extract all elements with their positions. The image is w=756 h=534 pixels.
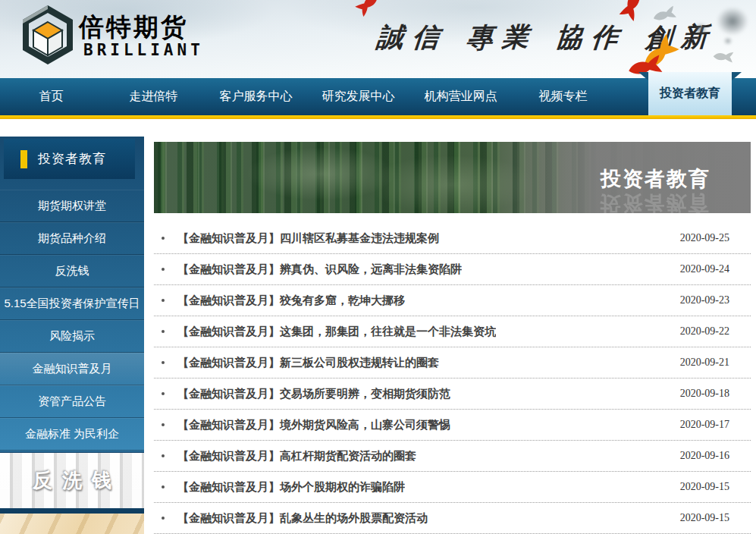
section-banner-title: 投资者教育 — [601, 165, 711, 193]
slogan-collaboration: 協作 — [554, 20, 629, 55]
article-date: 2020-09-21 — [680, 357, 751, 369]
article-title: 【金融知识普及月】高杠杆期货配资活动的圈套 — [177, 449, 416, 463]
main-nav: 首页 走进倍特 客户服务中心 研究发展中心 机构营业网点 视频专栏 — [0, 78, 756, 115]
article-title: 【金融知识普及月】新三板公司股权违规转让的圈套 — [177, 356, 439, 370]
company-logo[interactable]: 倍特期货 BRILLIANT — [23, 5, 204, 65]
promo-banner-anti-money-laundering[interactable]: 反洗钱 — [0, 453, 144, 508]
yellow-bar-decoration — [20, 150, 27, 168]
section-banner-bamboo: 投资者教育 投资者教育 — [154, 142, 751, 213]
article-date: 2020-09-16 — [680, 450, 751, 462]
bullet-dot-icon — [162, 361, 165, 364]
article-row[interactable]: 【金融知识普及月】高杠杆期货配资活动的圈套 2020-09-16 — [154, 441, 751, 472]
sidebar-item-financial-literacy-month[interactable]: 金融知识普及月 — [0, 353, 144, 385]
sidebar-title: 投资者教育 — [38, 150, 106, 168]
sidebar-item-futures-varieties[interactable]: 期货品种介绍 — [0, 222, 144, 255]
ink-splash-decoration — [692, 21, 709, 36]
article-title: 【金融知识普及月】交易场所要明辨，变相期货须防范 — [177, 387, 450, 401]
article-title: 【金融知识普及月】辨真伪、识风险，远离非法集资陷阱 — [177, 262, 462, 277]
nav-item-about[interactable]: 走进倍特 — [102, 78, 205, 115]
bullet-dot-icon — [162, 485, 165, 488]
article-title: 【金融知识普及月】乱象丛生的场外股票配资活动 — [177, 511, 428, 526]
article-row[interactable]: 【金融知识普及月】境外期货风险高，山寨公司须警惕 2020-09-17 — [154, 410, 751, 441]
article-date: 2020-09-23 — [680, 294, 751, 306]
ink-splash-decoration — [723, 36, 733, 46]
site-header: 倍特期货 BRILLIANT 誠信 專業 協作 創新 — [0, 0, 756, 78]
bullet-dot-icon — [162, 423, 165, 426]
ink-splash-decoration — [711, 2, 754, 41]
sidebar: 投资者教育 期货期权讲堂 期货品种介绍 反洗钱 5.15全国投资者保护宣传日 风… — [0, 137, 144, 534]
article-date: 2020-09-15 — [680, 481, 751, 493]
nav-item-video[interactable]: 视频专栏 — [512, 78, 614, 115]
article-title: 【金融知识普及月】场外个股期权的诈骗陷阱 — [177, 480, 405, 495]
article-date: 2020-09-24 — [680, 263, 751, 275]
article-row[interactable]: 【金融知识普及月】新三板公司股权违规转让的圈套 2020-09-21 — [154, 347, 751, 379]
article-row[interactable]: 【金融知识普及月】交易场所要明辨，变相期货须防范 2020-09-18 — [154, 379, 751, 410]
article-row[interactable]: 【金融知识普及月】狡兔有多窟，乾坤大挪移 2020-09-23 — [154, 285, 751, 316]
article-row[interactable]: 【金融知识普及月】乱象丛生的场外股票配资活动 2020-09-15 — [154, 503, 751, 534]
slogan-professional: 專業 — [465, 19, 538, 56]
article-date: 2020-09-18 — [680, 388, 751, 400]
article-row[interactable]: 【金融知识普及月】场外个股期权的诈骗陷阱 2020-09-15 — [154, 472, 751, 503]
gray-fish-icon — [711, 49, 735, 63]
sidebar-menu: 期货期权讲堂 期货品种介绍 反洗钱 5.15全国投资者保护宣传日 风险揭示 金融… — [0, 179, 144, 451]
article-row[interactable]: 【金融知识普及月】四川辖区私募基金违法违规案例 2020-09-25 — [154, 223, 751, 254]
article-title: 【金融知识普及月】狡兔有多窟，乾坤大挪移 — [177, 294, 405, 308]
article-title: 【金融知识普及月】境外期货风险高，山寨公司须警惕 — [177, 418, 450, 432]
article-title: 【金融知识普及月】这集团，那集团，往往就是一个非法集资坑 — [177, 325, 496, 339]
article-date: 2020-09-22 — [680, 325, 751, 338]
article-date: 2020-09-25 — [680, 232, 751, 244]
sidebar-item-financial-standards[interactable]: 金融标准 为民利企 — [0, 418, 144, 451]
promo-banner-label: 反洗钱 — [33, 467, 121, 494]
sidebar-item-515-investor-protection-day[interactable]: 5.15全国投资者保护宣传日 — [0, 287, 144, 320]
sidebar-item-anti-money-laundering[interactable]: 反洗钱 — [0, 255, 144, 287]
bullet-dot-icon — [162, 268, 165, 271]
hexagon-cube-logo-icon — [23, 5, 73, 65]
article-title: 【金融知识普及月】四川辖区私募基金违法违规案例 — [177, 231, 439, 246]
article-date: 2020-09-15 — [680, 512, 751, 524]
bullet-dot-icon — [162, 299, 165, 302]
sidebar-item-asset-mgmt-announcements[interactable]: 资管产品公告 — [0, 385, 144, 418]
nav-tab-investor-education-active[interactable]: 投资者教育 — [648, 72, 732, 115]
article-list: 【金融知识普及月】四川辖区私募基金违法违规案例 2020-09-25 【金融知识… — [154, 223, 751, 534]
article-row[interactable]: 【金融知识普及月】辨真伪、识风险，远离非法集资陷阱 2020-09-24 — [154, 254, 751, 285]
sidebar-title-box: 投资者教育 — [4, 139, 135, 179]
sidebar-item-risk-disclosure[interactable]: 风险揭示 — [0, 320, 144, 353]
active-tab-label: 投资者教育 — [660, 86, 720, 102]
brand-text: 倍特期货 BRILLIANT — [79, 5, 204, 65]
slogan-integrity: 誠信 — [375, 20, 450, 55]
article-date: 2020-09-17 — [680, 419, 751, 431]
bullet-dot-icon — [162, 237, 165, 240]
promo-banner-gold[interactable] — [0, 514, 144, 534]
bullet-dot-icon — [162, 517, 165, 520]
sidebar-item-futures-options-lecture[interactable]: 期货期权讲堂 — [0, 190, 144, 222]
article-row[interactable]: 【金融知识普及月】这集团，那集团，往往就是一个非法集资坑 2020-09-22 — [154, 316, 751, 347]
nav-item-research[interactable]: 研究发展中心 — [307, 78, 409, 115]
nav-item-customer-service[interactable]: 客户服务中心 — [205, 78, 307, 115]
bullet-dot-icon — [162, 330, 165, 333]
brand-name-en: BRILLIANT — [83, 41, 204, 59]
gold-divider — [0, 115, 756, 119]
nav-item-home[interactable]: 首页 — [0, 78, 102, 115]
section-banner-title-reflection: 投资者教育 — [601, 190, 711, 213]
nav-item-branches[interactable]: 机构营业网点 — [409, 78, 512, 115]
bullet-dot-icon — [162, 454, 165, 457]
page: 倍特期货 BRILLIANT 誠信 專業 協作 創新 — [0, 0, 756, 534]
bullet-dot-icon — [162, 392, 165, 395]
brand-name-cn: 倍特期货 — [79, 14, 204, 41]
